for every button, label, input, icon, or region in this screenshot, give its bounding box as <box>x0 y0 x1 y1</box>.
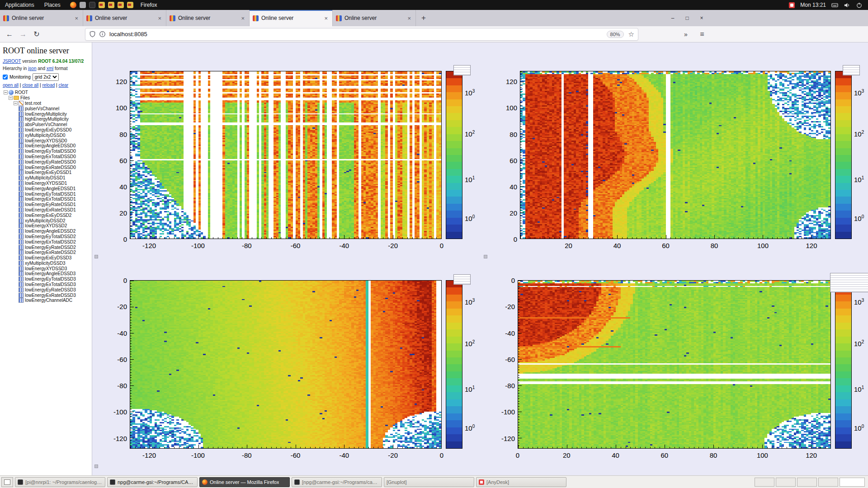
tree-item-label[interactable]: lowEnergyExEyDSSD0 <box>25 127 71 132</box>
tree-item-test-root[interactable]: test.root <box>3 101 92 106</box>
xterm-launcher-icon[interactable] <box>118 2 124 8</box>
close-window-button[interactable]: × <box>698 15 705 21</box>
url-bar[interactable]: localhost:8085 80% ☆ <box>85 28 638 41</box>
tree-item-label[interactable]: lowEnergyExEyDSSD3 <box>25 255 71 260</box>
tree-item-label[interactable]: lowEnergyExTotalDSSD1 <box>25 197 76 202</box>
collapse-toggle-icon[interactable] <box>4 90 8 94</box>
zoom-badge[interactable]: 80% <box>607 31 624 38</box>
tree-item-label[interactable]: lowEnergyEyRateDSSD1 <box>25 202 76 207</box>
tree-item-label[interactable]: lowEnergyEyTotalDSSD2 <box>25 234 76 239</box>
tab-online-server-2[interactable]: Online server× <box>83 10 166 26</box>
tree-item[interactable]: lowEnergyXYDSSD0 <box>3 138 92 143</box>
tree-item[interactable]: lowEnergyExTotalDSSD1 <box>3 197 92 202</box>
tree-item-root[interactable]: ROOT <box>3 90 92 95</box>
xterm-launcher-icon[interactable] <box>99 2 105 8</box>
tree-item-label[interactable]: pulserVsChannel <box>25 106 59 111</box>
tree-item[interactable]: lowEnergyExEyDSSD1 <box>3 170 92 175</box>
tab-title[interactable]: Online server <box>178 15 240 21</box>
taskbar-button[interactable]: Online server — Mozilla Firefox <box>199 477 290 487</box>
tree-item-label[interactable]: lowEnergyEyTotalDSSD3 <box>25 277 76 282</box>
tab-online-server-5[interactable]: Online server× <box>333 10 416 26</box>
grid-separator-handle[interactable] <box>484 255 487 258</box>
taskbar-button-label[interactable]: [AnyDesk] <box>486 479 509 485</box>
tree-item[interactable]: lowEnergyXYDSSD2 <box>3 223 92 229</box>
overflow-menu-icon[interactable]: » <box>679 28 693 41</box>
tab-title[interactable]: Online server <box>344 15 406 21</box>
tab-close-icon[interactable]: × <box>323 15 329 22</box>
tree-item[interactable]: lowEnergyAngleEDSSD2 <box>3 229 92 234</box>
tree-item-label[interactable]: lowEnergyAngleEDSSD3 <box>25 271 75 276</box>
tab-close-icon[interactable]: × <box>73 15 80 22</box>
monitoring-checkbox[interactable] <box>3 75 8 80</box>
url-text[interactable]: localhost:8085 <box>109 31 607 38</box>
tree-item[interactable]: lowEnergyAngleEDSSD1 <box>3 186 92 191</box>
tree-item[interactable]: lowEnergyExRateDSSD0 <box>3 164 92 170</box>
volume-icon[interactable] <box>844 2 850 9</box>
color-scale-bar[interactable] <box>835 280 852 449</box>
heatmap-canvas[interactable] <box>130 71 442 239</box>
bookmark-star-icon[interactable]: ☆ <box>628 30 634 38</box>
grid-separator-handle[interactable] <box>94 255 98 258</box>
stats-box[interactable] <box>830 273 868 292</box>
tree-item[interactable]: lowEnergyEyRateDSSD0 <box>3 159 92 164</box>
tab-title[interactable]: Online server <box>12 15 73 21</box>
taskbar-button[interactable]: npg@carme-gsi:~/Programs/CAR... <box>107 477 198 487</box>
reload-link[interactable]: reload <box>42 83 55 88</box>
taskbar-button[interactable]: [npg@carme-gsi:~/Programs/caen... <box>292 477 382 487</box>
tab-online-server-4[interactable]: Online server× <box>250 10 333 26</box>
tree-item[interactable]: lowEnergyExEyDSSD2 <box>3 212 92 218</box>
tree-item-label[interactable]: lowEnergyExEyDSSD1 <box>25 170 71 175</box>
tree-item-files[interactable]: Files <box>3 95 92 101</box>
tree-item[interactable]: lowEnergyXYDSSD3 <box>3 266 92 271</box>
tab-close-icon[interactable]: × <box>156 15 163 22</box>
tree-item-label[interactable]: lowEnergyExTotalDSSD0 <box>25 154 76 159</box>
workspace-switcher[interactable] <box>840 478 865 487</box>
tree-item-label[interactable]: lowEnergyEyTotalDSSD1 <box>25 192 76 197</box>
files-launcher-icon[interactable] <box>80 2 86 8</box>
taskbar-button-label[interactable]: npg@carme-gsi:~/Programs/CAR... <box>118 479 195 485</box>
tree-item-label[interactable]: test.root <box>25 101 41 106</box>
jsroot-link[interactable]: JSROOT <box>3 59 21 64</box>
tree-item-label[interactable]: lowEnergyExRateDSSD2 <box>25 250 76 255</box>
taskbar-button-label[interactable]: Online server — Mozilla Firefox <box>210 479 279 485</box>
forward-button[interactable]: → <box>16 28 30 41</box>
tree-item-label[interactable]: lowEnergyEyTotalDSSD0 <box>25 149 76 154</box>
tab-close-icon[interactable]: × <box>240 15 246 22</box>
tree-item[interactable]: xyMultiplicityDSSD0 <box>3 132 92 138</box>
tree-item[interactable]: highEnergyMultiplicity <box>3 117 92 122</box>
taskbar-button[interactable]: [Gnuplot] <box>384 477 474 487</box>
grid-layout-select[interactable]: grid 2x2 <box>33 73 59 81</box>
tree-item-label[interactable]: lowEnergyXYDSSD3 <box>25 266 67 271</box>
tree-item[interactable]: lowEnergyEyTotalDSSD3 <box>3 277 92 282</box>
anydesk-tray-icon[interactable] <box>789 2 795 8</box>
tree-item[interactable]: lowEnergyExRateDSSD2 <box>3 250 92 255</box>
histogram-bottom-left[interactable]: -120-100-80-60-40-2000-20-40-60-80-100-1… <box>130 280 442 449</box>
heatmap-canvas[interactable] <box>130 280 442 449</box>
tree-item-label[interactable]: lowEnergyEyRateDSSD0 <box>25 160 76 164</box>
xterm-launcher-icon[interactable] <box>127 2 133 8</box>
minimize-button[interactable]: – <box>669 15 676 21</box>
shield-icon[interactable] <box>89 31 96 38</box>
tree-item[interactable]: lowEnergyExTotalDSSD0 <box>3 154 92 160</box>
tree-item[interactable]: lowEnergyExEyDSSD3 <box>3 255 92 261</box>
tree-item[interactable]: pulserVsChannel <box>3 106 92 111</box>
tree-item-label[interactable]: lowEnergyExTotalDSSD2 <box>25 239 76 244</box>
tab-online-server-1[interactable]: Online server× <box>0 10 83 26</box>
stats-box[interactable] <box>843 65 860 75</box>
tree-item[interactable]: xyMultiplicityDSSD1 <box>3 175 92 181</box>
tree-item[interactable]: lowEnergyEyTotalDSSD2 <box>3 234 92 239</box>
heatmap-canvas[interactable] <box>520 71 831 239</box>
collapse-toggle-icon[interactable] <box>9 96 13 100</box>
tree-item-label[interactable]: lowEnergyExRateDSSD0 <box>25 165 76 170</box>
tree-item-label[interactable]: lowEnergyMultiplicity <box>25 112 67 117</box>
histogram-bottom-right[interactable]: 0204060801001200-20-40-60-80-100-1201031… <box>518 280 831 449</box>
tree-item-label[interactable]: lowEnergyExRateDSSD3 <box>25 293 76 298</box>
show-desktop-button[interactable] <box>1 477 13 487</box>
tree-item-label[interactable]: lowEnergyAngleEDSSD0 <box>25 143 75 148</box>
keyboard-icon[interactable] <box>831 2 838 9</box>
tree-item-label[interactable]: xyMultiplicityDSSD0 <box>25 133 65 138</box>
tree-item[interactable]: lowEnergyMultiplicity <box>3 111 92 117</box>
color-scale-bar[interactable] <box>446 280 462 449</box>
tree-item[interactable]: lowEnergyAngleEDSSD0 <box>3 143 92 149</box>
tree-item-label[interactable]: xyMultiplicityDSSD3 <box>25 261 65 266</box>
